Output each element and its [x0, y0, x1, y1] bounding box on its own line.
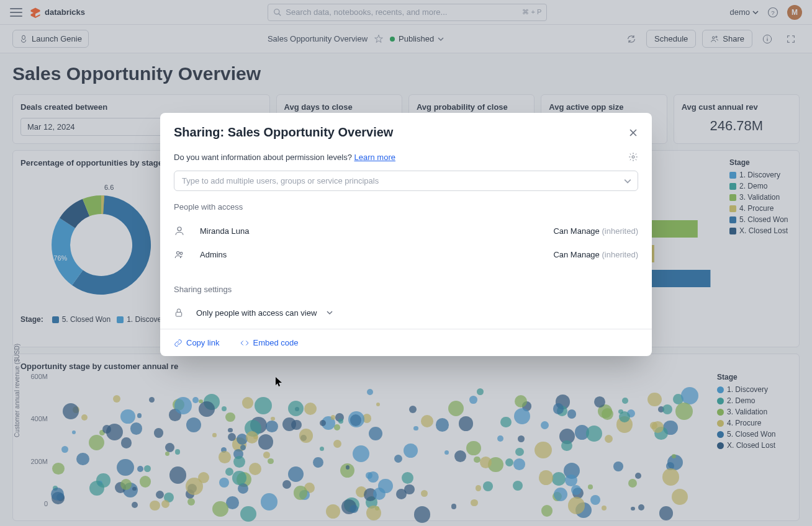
svg-point-14: [632, 156, 634, 158]
link-icon: [174, 339, 183, 347]
gear-icon: [628, 152, 638, 162]
learn-more-link[interactable]: Learn more: [354, 153, 395, 162]
close-icon: [628, 128, 638, 138]
people-with-access-label: People with access: [174, 202, 638, 212]
svg-point-16: [177, 252, 180, 255]
person-name: Miranda Luna: [200, 226, 250, 236]
chevron-down-icon: [327, 310, 333, 316]
settings-gear-button[interactable]: [628, 152, 638, 162]
sharing-modal: Sharing: Sales Opportunity Overview Do y…: [160, 113, 652, 356]
group-icon: [174, 249, 189, 260]
modal-overlay[interactable]: Sharing: Sales Opportunity Overview Do y…: [0, 0, 812, 526]
embed-code-label: Embed code: [253, 338, 298, 347]
user-icon: [174, 225, 189, 236]
person-permission[interactable]: Can Manage (inherited): [553, 226, 638, 236]
person-permission[interactable]: Can Manage (inherited): [553, 250, 638, 259]
setting-value: Only people with access can view: [196, 308, 317, 318]
sharing-settings-label: Sharing settings: [174, 285, 638, 294]
svg-point-15: [178, 227, 181, 231]
add-placeholder: Type to add multiple users, groups or se…: [182, 176, 379, 185]
code-icon: [240, 339, 249, 347]
info-text: Do you want information about permission…: [174, 153, 395, 162]
chevron-down-icon: [624, 177, 631, 185]
copy-link-button[interactable]: Copy link: [174, 338, 219, 347]
person-row: Admins Can Manage (inherited): [174, 243, 638, 266]
modal-title: Sharing: Sales Opportunity Overview: [174, 125, 393, 140]
svg-point-17: [180, 252, 183, 255]
close-button[interactable]: [628, 128, 638, 138]
embed-code-button[interactable]: Embed code: [240, 338, 298, 347]
person-row: Miranda Luna Can Manage (inherited): [174, 219, 638, 243]
person-name: Admins: [200, 250, 227, 259]
lock-icon: [174, 308, 186, 318]
add-principals-input[interactable]: Type to add multiple users, groups or se…: [174, 171, 638, 191]
copy-link-label: Copy link: [186, 338, 219, 347]
sharing-setting-selector[interactable]: Only people with access can view: [174, 301, 638, 329]
svg-rect-18: [176, 312, 181, 316]
